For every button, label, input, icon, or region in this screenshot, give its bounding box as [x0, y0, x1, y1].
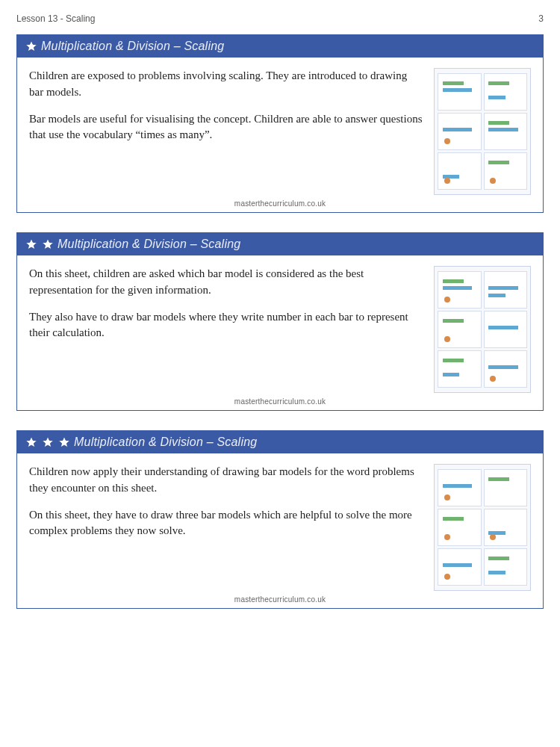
paragraph: Bar models are useful for visualising th… — [29, 111, 423, 144]
footer-link: masterthecurriculum.co.uk — [17, 198, 543, 212]
svg-marker-5 — [59, 437, 70, 447]
star-icon — [25, 436, 38, 449]
page-header: Lesson 13 - Scaling 3 — [16, 13, 544, 24]
card-title: Multiplication & Division – Scaling — [74, 436, 257, 449]
paragraph: They also have to draw bar models where … — [29, 309, 423, 342]
activity-card-3: Multiplication & Division – Scaling Chil… — [16, 430, 544, 609]
card-description: On this sheet, children are asked which … — [29, 266, 423, 393]
card-header: Multiplication & Division – Scaling — [17, 431, 543, 453]
card-description: Children now apply their understanding o… — [29, 464, 423, 591]
svg-marker-1 — [26, 239, 37, 249]
card-header: Multiplication & Division – Scaling — [17, 233, 543, 255]
worksheet-thumbnail — [434, 68, 531, 195]
svg-marker-2 — [43, 239, 54, 249]
star-icon — [25, 238, 38, 251]
worksheet-thumbnail — [434, 266, 531, 393]
star-icon — [41, 238, 55, 251]
star-icon — [57, 436, 71, 449]
paragraph: On this sheet, children are asked which … — [29, 266, 423, 299]
footer-link: masterthecurriculum.co.uk — [17, 396, 543, 410]
lesson-label: Lesson 13 - Scaling — [16, 13, 95, 24]
worksheet-thumbnail — [434, 464, 531, 591]
star-icon — [41, 436, 55, 449]
card-description: Children are exposed to problems involvi… — [29, 68, 423, 195]
activity-card-2: Multiplication & Division – Scaling On t… — [16, 232, 544, 411]
svg-marker-0 — [26, 41, 37, 52]
card-title: Multiplication & Division – Scaling — [57, 238, 240, 251]
card-title: Multiplication & Division – Scaling — [41, 40, 224, 53]
footer-link: masterthecurriculum.co.uk — [17, 594, 543, 608]
svg-marker-4 — [43, 437, 54, 447]
page-number: 3 — [538, 13, 544, 24]
paragraph: Children now apply their understanding o… — [29, 464, 423, 497]
paragraph: Children are exposed to problems involvi… — [29, 68, 423, 101]
svg-marker-3 — [26, 437, 37, 447]
star-icon — [25, 40, 38, 53]
activity-card-1: Multiplication & Division – Scaling Chil… — [16, 34, 544, 213]
paragraph: On this sheet, they have to draw three b… — [29, 507, 423, 540]
card-header: Multiplication & Division – Scaling — [17, 35, 543, 58]
